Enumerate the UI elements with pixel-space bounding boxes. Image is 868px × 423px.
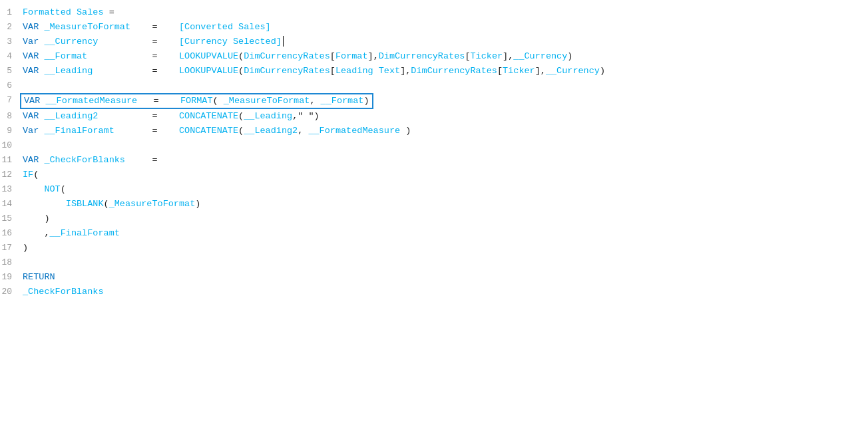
code-line-7: 7 VAR __FormatedMeasure = FORMAT( _Measu…	[0, 93, 868, 109]
line-content-20: _CheckForBlanks	[20, 285, 868, 299]
line-content-1: Formatted Sales =	[20, 5, 868, 20]
line-content-9: Var __FinalForamt = CONCATENATE(__Leadin…	[20, 124, 868, 138]
line-content-2: VAR _MeasureToFormat = [Converted Sales]	[20, 20, 868, 35]
line-num-13: 13	[0, 182, 20, 197]
line-content-5: VAR __Leading = LOOKUPVALUE(DimCurrencyR…	[20, 64, 868, 78]
code-line-4: 4 VAR __Format = LOOKUPVALUE(DimCurrency…	[0, 49, 868, 64]
code-line-14: 14 ISBLANK(_MeasureToFormat)	[0, 197, 868, 212]
code-line-16: 16 ,__FinalForamt	[0, 226, 868, 241]
line-num-5: 5	[0, 64, 20, 78]
code-line-5: 5 VAR __Leading = LOOKUPVALUE(DimCurrenc…	[0, 64, 868, 78]
code-line-12: 12 IF(	[0, 168, 868, 182]
line-num-16: 16	[0, 226, 20, 241]
line-num-15: 15	[0, 212, 20, 226]
line-content-6	[20, 78, 868, 93]
line-num-9: 9	[0, 124, 20, 138]
code-line-11: 11 VAR _CheckForBlanks =	[0, 153, 868, 168]
line-content-4: VAR __Format = LOOKUPVALUE(DimCurrencyRa…	[20, 49, 868, 64]
line-num-17: 17	[0, 241, 20, 255]
line-content-10	[20, 138, 868, 153]
line-content-13: NOT(	[20, 182, 868, 197]
line-num-11: 11	[0, 153, 20, 168]
line-num-6: 6	[0, 78, 20, 93]
line-content-16: ,__FinalForamt	[20, 226, 868, 241]
line-num-3: 3	[0, 35, 20, 49]
code-line-18: 18	[0, 255, 868, 270]
code-editor[interactable]: 1 Formatted Sales = 2 VAR _MeasureToForm…	[0, 0, 868, 423]
line-num-14: 14	[0, 197, 20, 212]
line-num-1: 1	[0, 5, 20, 20]
line-content-7: VAR __FormatedMeasure = FORMAT( _Measure…	[20, 93, 868, 109]
code-line-1: 1 Formatted Sales =	[0, 5, 868, 20]
code-line-6: 6	[0, 78, 868, 93]
line-content-8: VAR __Leading2 = CONCATENATE(__Leading,"…	[20, 109, 868, 124]
code-line-2: 2 VAR _MeasureToFormat = [Converted Sale…	[0, 20, 868, 35]
code-line-9: 9 Var __FinalForamt = CONCATENATE(__Lead…	[0, 124, 868, 138]
line-num-10: 10	[0, 138, 20, 153]
code-line-20: 20 _CheckForBlanks	[0, 285, 868, 299]
code-line-13: 13 NOT(	[0, 182, 868, 197]
line-content-14: ISBLANK(_MeasureToFormat)	[20, 197, 868, 212]
line-num-8: 8	[0, 109, 20, 124]
code-line-10: 10	[0, 138, 868, 153]
code-line-3: 3 Var __Currency = [Currency Selected]	[0, 35, 868, 49]
code-line-8: 8 VAR __Leading2 = CONCATENATE(__Leading…	[0, 109, 868, 124]
line-content-12: IF(	[20, 168, 868, 182]
line-num-19: 19	[0, 270, 20, 285]
line-num-2: 2	[0, 20, 20, 35]
line-content-3: Var __Currency = [Currency Selected]	[20, 35, 868, 49]
code-line-15: 15 )	[0, 212, 868, 226]
line-content-18	[20, 255, 868, 270]
line-num-12: 12	[0, 168, 20, 182]
line-content-11: VAR _CheckForBlanks =	[20, 153, 868, 168]
line-num-18: 18	[0, 255, 20, 270]
line-num-20: 20	[0, 285, 20, 299]
line-num-7: 7	[0, 93, 20, 108]
line-content-15: )	[20, 212, 868, 226]
line-content-19: RETURN	[20, 270, 868, 285]
line-content-17: )	[20, 241, 868, 255]
code-line-17: 17 )	[0, 241, 868, 255]
code-line-19: 19 RETURN	[0, 270, 868, 285]
line-num-4: 4	[0, 49, 20, 64]
